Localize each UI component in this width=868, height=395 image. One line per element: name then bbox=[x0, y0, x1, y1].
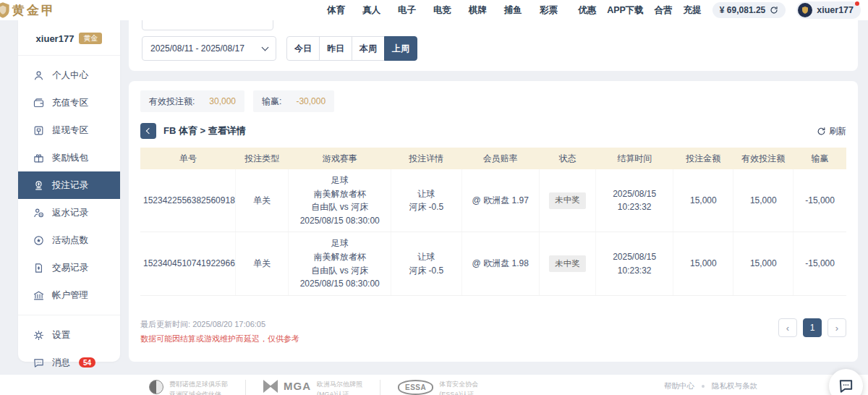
mga-wordmark: MGA bbox=[284, 380, 311, 392]
divider-dot bbox=[702, 385, 705, 388]
status-badge: 未中奖 bbox=[549, 255, 586, 272]
nav-live[interactable]: 真人 bbox=[362, 4, 380, 17]
nav-esports[interactable]: 电竞 bbox=[433, 4, 451, 17]
sidebar-user: xiuer177 黄金 bbox=[18, 27, 120, 49]
site-logo[interactable]: 黄金甲 bbox=[0, 1, 56, 20]
sidebar-item-messages[interactable]: 消息 54 bbox=[18, 349, 120, 376]
top-header: 黄金甲 体育 真人 电子 电竞 棋牌 捕鱼 彩票 优惠 APP下载 合营 充提 … bbox=[0, 0, 868, 20]
cell-odds: @ 欧洲盘 1.98 bbox=[461, 232, 539, 295]
refresh-balance-icon[interactable] bbox=[770, 6, 778, 14]
sidebar-item-withdraw[interactable]: 提现专区 bbox=[18, 116, 120, 144]
unread-count-badge: 54 bbox=[79, 357, 95, 368]
col-odds: 会员赔率 bbox=[461, 148, 539, 169]
primary-nav: 体育 真人 电子 电竞 棋牌 捕鱼 彩票 bbox=[327, 4, 558, 17]
win-loss-label: 输赢: bbox=[262, 95, 281, 108]
cell-valid-amount: 15,000 bbox=[733, 232, 793, 295]
last-updated-label: 最后更新时间: bbox=[140, 320, 190, 328]
quick-last-week-button[interactable]: 上周 bbox=[384, 36, 417, 61]
table-row: 1523422556382560918 单关 足球 南美解放者杯 自由队 vs … bbox=[140, 169, 846, 232]
col-status: 状态 bbox=[539, 148, 595, 169]
game-filter-select[interactable] bbox=[142, 20, 273, 30]
valid-bet-value: 30,000 bbox=[209, 96, 236, 106]
sidebar-item-profile[interactable]: 个人中心 bbox=[18, 61, 120, 89]
chat-bubble-icon bbox=[838, 378, 854, 394]
vip-level-badge: 黄金 bbox=[79, 33, 102, 44]
cell-valid-amount: 15,000 bbox=[733, 169, 793, 232]
mga-license-block: MGA 欧洲马尔他牌照 (MGA)认证 bbox=[263, 380, 362, 395]
back-button[interactable] bbox=[140, 123, 156, 139]
col-win-loss: 输赢 bbox=[793, 148, 846, 169]
essa-line2: (ESSA)认证 bbox=[439, 391, 474, 395]
date-range-select[interactable]: 2025/08/11 - 2025/08/17 bbox=[142, 36, 276, 61]
page-1-button[interactable]: 1 bbox=[803, 318, 822, 337]
nav-slots[interactable]: 电子 bbox=[398, 4, 416, 17]
link-deposit-withdraw[interactable]: 充提 bbox=[684, 4, 702, 17]
link-promo[interactable]: 优惠 bbox=[578, 4, 596, 17]
logo-text: 黄金甲 bbox=[12, 2, 56, 19]
quick-date-buttons: 今日 昨日 本周 上周 bbox=[286, 36, 417, 61]
nav-fishing[interactable]: 捕鱼 bbox=[504, 4, 522, 17]
sidebar-item-reward-wallet[interactable]: 奖励钱包 bbox=[18, 144, 120, 171]
live-chat-button[interactable] bbox=[829, 369, 863, 395]
nav-sports[interactable]: 体育 bbox=[327, 4, 345, 17]
cell-detail: 让球 河床 -0.5 bbox=[391, 232, 461, 295]
link-affiliate[interactable]: 合营 bbox=[655, 4, 673, 17]
link-app-download[interactable]: APP下载 bbox=[607, 4, 644, 17]
avatar bbox=[798, 3, 812, 17]
footer: 费耶诺德足球俱乐部 亚洲区域合作伙伴 MGA 欧洲马尔他牌照 (MGA)认证 E… bbox=[0, 375, 868, 395]
sidebar-item-label: 活动点数 bbox=[52, 234, 88, 247]
last-updated-line: 最后更新时间: 2025/08/20 17:06:05 bbox=[140, 319, 299, 330]
valid-bet-stat: 有效投注额: 30,000 bbox=[140, 90, 244, 112]
refresh-button[interactable]: 刷新 bbox=[817, 125, 846, 137]
cell-order-no: 1523404510741922966 bbox=[140, 232, 236, 295]
logo-emblem-icon bbox=[0, 1, 12, 20]
partner-club-logo-icon bbox=[149, 380, 163, 394]
mga-line1: 欧洲马尔他牌照 bbox=[317, 381, 362, 388]
table-row: 1523404510741922966 单关 足球 南美解放者杯 自由队 vs … bbox=[140, 232, 846, 295]
star-circle-icon bbox=[33, 234, 45, 247]
mga-line2: (MGA)认证 bbox=[317, 391, 349, 395]
sidebar-item-label: 提现专区 bbox=[52, 124, 88, 137]
col-bet-type: 投注类型 bbox=[236, 148, 289, 169]
note-area: 最后更新时间: 2025/08/20 17:06:05 数据可能因结算或游戏维护… bbox=[140, 319, 299, 344]
cell-detail: 让球 河床 -0.5 bbox=[391, 169, 461, 232]
settle-clock: 10:23:32 bbox=[599, 200, 670, 214]
last-updated-time: 2025/08/20 17:06:05 bbox=[192, 320, 265, 328]
quick-yesterday-button[interactable]: 昨日 bbox=[319, 36, 352, 61]
sidebar-item-account-management[interactable]: 帐户管理 bbox=[18, 281, 120, 309]
balance-display[interactable]: ¥ 69,081.25 bbox=[712, 2, 786, 18]
win-loss-stat: 输赢: -30,000 bbox=[253, 90, 334, 112]
prev-page-button[interactable]: ‹ bbox=[778, 318, 797, 337]
match-time: 2025/08/15 08:30:00 bbox=[292, 277, 388, 291]
privacy-terms-link[interactable]: 隐私权与条款 bbox=[712, 381, 757, 391]
quick-today-button[interactable]: 今日 bbox=[286, 36, 320, 61]
match-time: 2025/08/15 08:30:00 bbox=[292, 214, 388, 228]
col-amount: 投注金额 bbox=[673, 148, 733, 169]
sidebar-item-deposit[interactable]: 充值专区 bbox=[18, 89, 120, 116]
divider bbox=[18, 315, 120, 315]
footer-links: 帮助中心 隐私权与条款 bbox=[664, 381, 757, 391]
next-page-button[interactable]: › bbox=[827, 318, 846, 337]
match-teams: 自由队 vs 河床 bbox=[292, 200, 388, 214]
nav-cards[interactable]: 棋牌 bbox=[469, 4, 487, 17]
chevron-down-icon bbox=[262, 43, 269, 51]
sidebar-item-settings[interactable]: 设置 bbox=[18, 321, 120, 349]
header-username: xiuer177 bbox=[817, 5, 854, 15]
user-menu[interactable]: xiuer177 bbox=[796, 1, 861, 19]
sidebar-item-label: 返水记录 bbox=[52, 207, 88, 219]
settle-date: 2025/08/15 bbox=[599, 187, 670, 201]
sidebar-item-transactions[interactable]: 交易记录 bbox=[18, 254, 120, 281]
col-settle-time: 结算时间 bbox=[595, 148, 673, 169]
nav-lottery[interactable]: 彩票 bbox=[540, 4, 558, 17]
quick-this-week-button[interactable]: 本周 bbox=[352, 36, 385, 61]
cell-order-no: 1523422556382560918 bbox=[140, 169, 236, 232]
help-center-link[interactable]: 帮助中心 bbox=[664, 381, 694, 391]
col-order-no: 单号 bbox=[140, 148, 236, 169]
sidebar-item-rebate-records[interactable]: 返水记录 bbox=[18, 199, 120, 226]
detail-pick: 河床 -0.5 bbox=[394, 200, 459, 214]
cell-bet-type: 单关 bbox=[236, 232, 289, 295]
rebate-icon bbox=[33, 207, 45, 219]
sidebar-item-activity-points[interactable]: 活动点数 bbox=[18, 226, 120, 254]
sidebar-item-bet-records[interactable]: 投注记录 bbox=[18, 171, 120, 199]
match-sport: 足球 bbox=[292, 237, 388, 250]
